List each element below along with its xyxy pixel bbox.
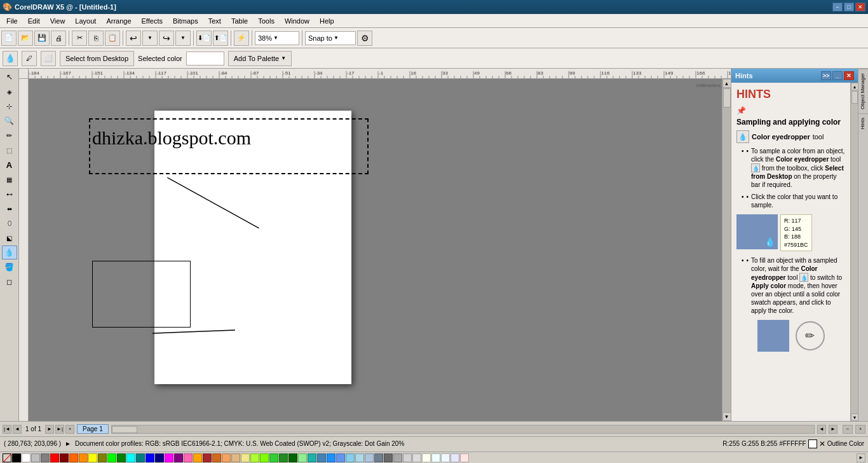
- text-tool[interactable]: A: [2, 158, 17, 172]
- page-tab[interactable]: Page 1: [77, 424, 109, 434]
- add-page-button[interactable]: +: [65, 425, 74, 434]
- palette-yellow[interactable]: [88, 453, 97, 462]
- palette-lavender[interactable]: [451, 453, 459, 462]
- palette-burlywood[interactable]: [231, 453, 240, 462]
- palette-white[interactable]: [22, 453, 31, 462]
- palette-purple[interactable]: [174, 453, 183, 462]
- snap-settings-button[interactable]: ⚙: [357, 31, 372, 46]
- palette-azure[interactable]: [431, 453, 440, 462]
- crop-tool[interactable]: ⊹: [2, 99, 17, 113]
- next-page-button[interactable]: ►: [45, 425, 54, 434]
- prev-page-button[interactable]: ◄: [13, 425, 22, 434]
- hints-expand-button[interactable]: >>: [821, 71, 831, 80]
- add-to-palette-dropdown-icon[interactable]: ▼: [281, 55, 286, 61]
- first-page-button[interactable]: |◄: [3, 425, 11, 434]
- palette-light-blue[interactable]: [355, 453, 364, 462]
- palette-forest-green[interactable]: [279, 453, 288, 462]
- menu-layout[interactable]: Layout: [70, 16, 101, 26]
- outline-tool[interactable]: ◻: [2, 275, 17, 289]
- palette-blue[interactable]: [146, 453, 154, 462]
- minimize-button[interactable]: −: [832, 3, 843, 11]
- palette-gray[interactable]: [41, 453, 50, 462]
- palette-dim-gray[interactable]: [384, 453, 393, 462]
- eyedrop-tool active[interactable]: 💧: [2, 245, 17, 259]
- expand-icon[interactable]: ►: [65, 440, 71, 447]
- palette-maroon[interactable]: [60, 453, 69, 462]
- blend-tool[interactable]: ⬯: [2, 216, 17, 230]
- shape-tool[interactable]: ◈: [2, 85, 17, 99]
- smart-fill-tool[interactable]: ⬚: [2, 143, 17, 157]
- scroll-up-button[interactable]: ▲: [722, 79, 731, 88]
- print-button[interactable]: 🖨: [51, 31, 66, 46]
- palette-teal[interactable]: [136, 453, 145, 462]
- palette-steel-blue[interactable]: [317, 453, 326, 462]
- redo-dropdown[interactable]: ▼: [175, 31, 191, 46]
- hints-minimize-button[interactable]: _: [832, 71, 843, 80]
- zoom-combo[interactable]: 38% ▼: [255, 31, 299, 45]
- redo-button[interactable]: ↪: [159, 31, 174, 46]
- palette-cornflower-blue[interactable]: [336, 453, 345, 462]
- hints-scrollbar[interactable]: ▲ ▼: [850, 83, 858, 421]
- app-launcher-button[interactable]: ⚡: [234, 31, 249, 46]
- scroll-left-button[interactable]: ◄: [817, 425, 826, 434]
- transparency-tool[interactable]: ⬕: [2, 231, 17, 245]
- fill-tool[interactable]: 🪣: [2, 260, 17, 274]
- palette-light-sea-green[interactable]: [308, 453, 316, 462]
- palette-alice-blue[interactable]: [441, 453, 450, 462]
- palette-dark-green[interactable]: [288, 453, 297, 462]
- snap-dropdown-icon[interactable]: ▼: [334, 35, 339, 41]
- vertical-scrollbar[interactable]: ▲ ▼: [722, 79, 731, 421]
- horizontal-scrollbar[interactable]: [111, 425, 815, 434]
- eyedropper-tool-3[interactable]: ⬜: [41, 51, 56, 66]
- hscroll-thumb[interactable]: [112, 426, 137, 433]
- palette-olive[interactable]: [98, 453, 107, 462]
- select-tool[interactable]: ↖: [2, 70, 17, 84]
- palette-light-gray[interactable]: [403, 453, 412, 462]
- hints-tab[interactable]: Hints: [858, 113, 868, 133]
- zoom-tool[interactable]: 🔍: [2, 114, 17, 128]
- table-tool[interactable]: ▦: [2, 172, 17, 186]
- palette-scroll-button[interactable]: ►: [857, 453, 865, 462]
- snap-combo[interactable]: Snap to ▼: [305, 31, 356, 45]
- palette-chocolate[interactable]: [212, 453, 221, 462]
- menu-bitmaps[interactable]: Bitmaps: [168, 16, 203, 26]
- undo-button[interactable]: ↩: [126, 31, 141, 46]
- scroll-right-button[interactable]: ►: [829, 425, 837, 434]
- palette-cyan[interactable]: [126, 453, 135, 462]
- menu-help[interactable]: Help: [315, 16, 339, 26]
- menu-arrange[interactable]: Arrange: [101, 16, 136, 26]
- cut-button[interactable]: ✂: [72, 31, 87, 46]
- palette-dark-orange[interactable]: [79, 453, 88, 462]
- last-page-button[interactable]: ►|: [55, 425, 64, 434]
- undo-dropdown[interactable]: ▼: [142, 31, 158, 46]
- palette-light-green[interactable]: [298, 453, 307, 462]
- menu-file[interactable]: File: [1, 16, 23, 26]
- drawing-area[interactable]: dhizka.blogspot.com millimeters: [29, 79, 722, 421]
- palette-green-yellow[interactable]: [250, 453, 259, 462]
- close-button[interactable]: ✕: [855, 3, 865, 11]
- palette-silver[interactable]: [31, 453, 40, 462]
- palette-dodger-blue[interactable]: [327, 453, 336, 462]
- freehand-tool[interactable]: ✏: [2, 128, 17, 142]
- export-button[interactable]: ⬆📄: [213, 31, 228, 46]
- paste-button[interactable]: 📋: [105, 31, 120, 46]
- no-fill-swatch[interactable]: [3, 453, 11, 462]
- palette-sky-blue[interactable]: [346, 453, 355, 462]
- zoom-dropdown-icon[interactable]: ▼: [273, 35, 278, 41]
- palette-misty-rose[interactable]: [460, 453, 469, 462]
- eyedropper-tool-1[interactable]: 💧: [3, 51, 18, 66]
- palette-magenta[interactable]: [165, 453, 173, 462]
- hints-pin-icon[interactable]: 📌: [736, 106, 746, 115]
- palette-red[interactable]: [50, 453, 59, 462]
- palette-hot-pink[interactable]: [184, 453, 193, 462]
- zoom-out-status-button[interactable]: −: [843, 425, 853, 434]
- palette-lime[interactable]: [107, 453, 116, 462]
- palette-navy[interactable]: [155, 453, 164, 462]
- save-button[interactable]: 💾: [34, 31, 50, 46]
- palette-green[interactable]: [117, 453, 126, 462]
- menu-tools[interactable]: Tools: [253, 16, 280, 26]
- scroll-thumb[interactable]: [723, 88, 731, 107]
- dim-tool[interactable]: ⊷: [2, 187, 17, 201]
- palette-khaki[interactable]: [241, 453, 250, 462]
- palette-lime-green[interactable]: [269, 453, 278, 462]
